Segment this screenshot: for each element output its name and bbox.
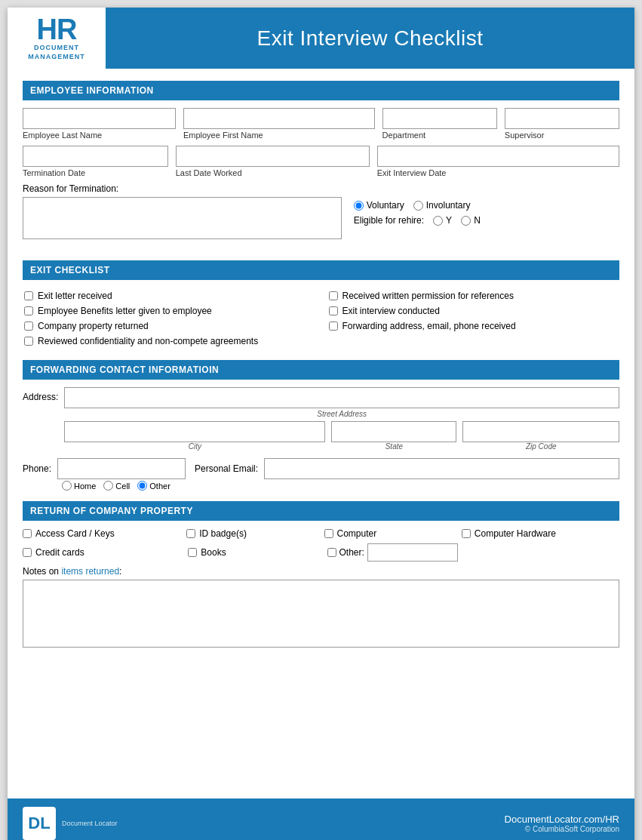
books-label: Books <box>201 547 226 558</box>
notes-colored-text: items returned <box>61 566 119 577</box>
exit-interview-date-input[interactable] <box>377 146 619 167</box>
other-radio[interactable] <box>137 481 147 491</box>
credit-cards-item: Credit cards <box>23 547 182 558</box>
computer-hardware-checkbox[interactable] <box>462 529 471 538</box>
email-label: Personal Email: <box>195 463 258 474</box>
books-checkbox[interactable] <box>188 548 197 557</box>
last-date-worked-input[interactable] <box>176 146 370 167</box>
checklist-item-confidentiality: Reviewed confidentiality and non-compete… <box>24 336 618 346</box>
last-name-input[interactable] <box>23 108 176 129</box>
emp-row1: Employee Last Name Employee First Name D… <box>23 108 619 140</box>
credit-cards-checkbox[interactable] <box>23 548 32 557</box>
phone-input-row: Phone: <box>23 458 186 479</box>
page: HR DOCUMENT MANAGEMENT Exit Interview Ch… <box>8 8 634 840</box>
first-name-input[interactable] <box>183 108 375 129</box>
supervisor-field-group: Supervisor <box>505 108 619 140</box>
street-sublabel: Street Address <box>64 410 619 418</box>
reason-section: Reason for Termination: Voluntary <box>23 183 619 242</box>
id-badge-checkbox[interactable] <box>186 529 195 538</box>
exit-interview-label: Exit interview conducted <box>343 306 440 316</box>
rehire-n-label: N <box>474 215 481 226</box>
hr-logo-text: HR <box>37 15 77 44</box>
rehire-n-radio[interactable] <box>461 216 471 226</box>
rehire-n-option[interactable]: N <box>461 215 481 226</box>
benefits-letter-checkbox[interactable] <box>24 306 33 315</box>
other-phone-option[interactable]: Other <box>137 481 170 491</box>
involuntary-option[interactable]: Involuntary <box>413 200 471 211</box>
confidentiality-checkbox[interactable] <box>24 337 33 346</box>
city-sublabel: City <box>64 442 325 451</box>
supervisor-input[interactable] <box>505 108 619 129</box>
voluntary-radio[interactable] <box>354 201 364 211</box>
id-badge-item: ID badge(s) <box>186 528 318 539</box>
rehire-y-radio[interactable] <box>433 216 443 226</box>
phone-type-options: Home Cell Other <box>23 481 186 491</box>
voluntary-option[interactable]: Voluntary <box>354 200 404 211</box>
department-input[interactable] <box>382 108 497 129</box>
checklist-item-written-permission: Received written permission for referenc… <box>329 291 619 301</box>
confidentiality-label: Reviewed confidentiality and non-compete… <box>38 336 258 346</box>
other-input[interactable] <box>367 543 458 562</box>
exit-interview-date-field-group: Exit Interview Date <box>377 146 619 177</box>
last-date-worked-label: Last Date Worked <box>176 168 370 177</box>
state-input[interactable] <box>331 421 456 442</box>
termination-date-input[interactable] <box>23 146 168 167</box>
reason-label: Reason for Termination: <box>23 183 619 194</box>
home-radio[interactable] <box>62 481 72 491</box>
fwd-address-row: Address: Street Address City State <box>23 387 619 451</box>
termination-date-label: Termination Date <box>23 168 168 177</box>
id-badge-label: ID badge(s) <box>199 528 247 539</box>
department-label: Department <box>382 131 497 140</box>
rehire-label: Eligible for rehire: <box>354 215 424 226</box>
cell-label: Cell <box>115 482 130 491</box>
company-property-checkbox[interactable] <box>24 322 33 331</box>
zip-sublabel: Zip Code <box>462 442 619 451</box>
cell-radio[interactable] <box>103 481 113 491</box>
street-input[interactable] <box>64 387 619 408</box>
checklist-item-exit-interview: Exit interview conducted <box>329 306 619 316</box>
reason-textarea[interactable] <box>23 197 342 239</box>
company-property-label: Company property returned <box>38 321 149 331</box>
forwarding-address-checkbox[interactable] <box>329 322 338 331</box>
last-name-label: Employee Last Name <box>23 131 176 140</box>
employee-info-section: EMPLOYEE INFORMATION Employee Last Name … <box>23 81 619 250</box>
last-name-field-group: Employee Last Name <box>23 108 176 140</box>
forwarding-address-label: Forwarding address, email, phone receive… <box>343 321 516 331</box>
first-name-field-group: Employee First Name <box>183 108 375 140</box>
rehire-y-option[interactable]: Y <box>433 215 452 226</box>
emp-row2: Termination Date Last Date Worked Exit I… <box>23 146 619 177</box>
exit-interview-checkbox[interactable] <box>329 306 338 315</box>
zip-field-group: Zip Code <box>462 421 619 451</box>
written-permission-label: Received written permission for referenc… <box>343 291 514 301</box>
involuntary-label: Involuntary <box>426 200 471 211</box>
notes-textarea[interactable] <box>23 580 619 648</box>
home-option[interactable]: Home <box>62 481 96 491</box>
termination-date-field-group: Termination Date <box>23 146 168 177</box>
access-card-item: Access Card / Keys <box>23 528 180 539</box>
city-input[interactable] <box>64 421 325 442</box>
footer: DL Document Locator DocumentLocator.com/… <box>8 798 634 840</box>
benefits-letter-label: Employee Benefits letter given to employ… <box>38 306 212 316</box>
access-card-checkbox[interactable] <box>23 529 32 538</box>
other-checkbox[interactable] <box>327 548 336 557</box>
written-permission-checkbox[interactable] <box>329 291 338 300</box>
computer-checkbox[interactable] <box>324 529 333 538</box>
cell-option[interactable]: Cell <box>103 481 130 491</box>
return-row1: Access Card / Keys ID badge(s) Computer … <box>23 528 619 539</box>
rehire-y-label: Y <box>446 215 452 226</box>
email-input[interactable] <box>264 458 619 479</box>
involuntary-radio[interactable] <box>413 201 423 211</box>
exit-checklist-header: EXIT CHECKLIST <box>23 260 619 280</box>
city-field-group: City <box>64 421 325 451</box>
phone-input[interactable] <box>57 458 186 479</box>
forwarding-contact-section: FORWARDING CONTACT INFORMATIOIN Address:… <box>23 360 619 491</box>
phone-group: Phone: Home Cell <box>23 458 186 491</box>
address-fields: Street Address City State Zip Code <box>64 387 619 451</box>
exit-letter-checkbox[interactable] <box>24 291 33 300</box>
voluntary-label: Voluntary <box>367 200 404 211</box>
dl-logo: DL <box>23 807 56 840</box>
footer-logo-text: Document Locator <box>62 820 118 827</box>
first-name-label: Employee First Name <box>183 131 375 140</box>
checklist-item-exit-letter: Exit letter received <box>24 291 314 301</box>
zip-input[interactable] <box>462 421 619 442</box>
